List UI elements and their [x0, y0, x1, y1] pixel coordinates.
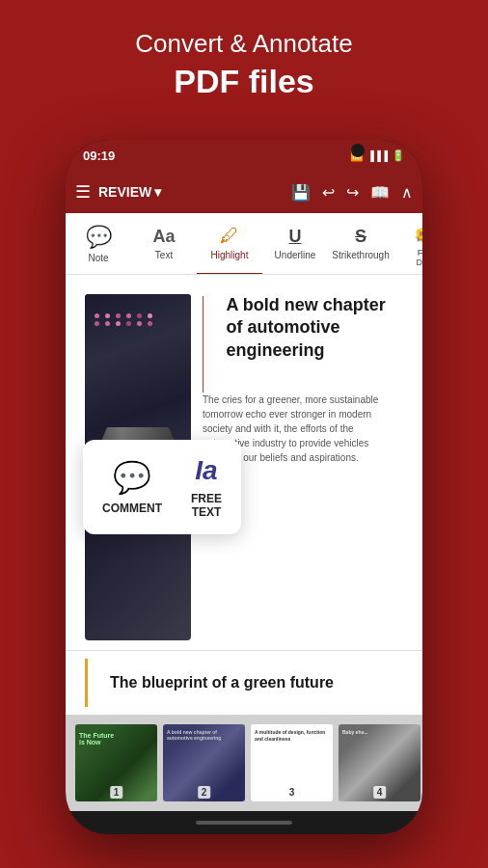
- main-toolbar: ☰ REVIEW ▾ 💾 ↩ ↪ 📖 ∧: [66, 171, 422, 213]
- ann-freedraw-label: FreeDraw: [416, 248, 422, 267]
- phone-device: 09:19 📶 ▐▐▐ 🔋 ☰ REVIEW ▾: [66, 140, 422, 834]
- signal-icon: ▐▐▐: [367, 150, 388, 161]
- ann-text[interactable]: Aa Text: [131, 213, 197, 275]
- phone-shell: 09:19 📶 ▐▐▐ 🔋 ☰ REVIEW ▾: [66, 140, 422, 834]
- ann-strikethrough[interactable]: S Strikethrough: [328, 213, 393, 275]
- ann-highlight-label: Highlight: [211, 250, 249, 260]
- thumb-2-number: 2: [198, 786, 211, 799]
- thumb-4-number: 4: [373, 786, 387, 799]
- status-bar: 09:19 📶 ▐▐▐ 🔋: [66, 140, 422, 171]
- ann-underline[interactable]: U Underline: [262, 213, 328, 275]
- toolbar-title: REVIEW ▾: [98, 184, 161, 200]
- ann-underline-label: Underline: [275, 250, 316, 260]
- camera-cutout: [351, 144, 365, 157]
- popup-freetext[interactable]: Ia FREETEXT: [191, 455, 222, 519]
- article-title: A bold new chapter of automotive enginee…: [213, 294, 403, 362]
- popup-comment-label: COMMENT: [102, 502, 162, 515]
- underline-icon: U: [289, 227, 302, 247]
- thumb-3[interactable]: A multitude of design, function and clea…: [251, 724, 333, 801]
- annotation-bar: 💬 Note Aa Text 🖊 Highlight U Underline: [66, 213, 422, 275]
- comment-icon: 💬: [113, 459, 151, 496]
- annotation-popup: 💬 COMMENT Ia FREETEXT: [83, 440, 241, 534]
- note-icon: 💬: [86, 225, 112, 250]
- chevron-up-icon[interactable]: ∧: [401, 183, 413, 202]
- thumbnail-strip: The Futureis Now 1 A bold new chapter of…: [66, 715, 422, 811]
- pdf-page-area: A bold new chapter of automotive enginee…: [66, 275, 422, 650]
- popup-freetext-label: FREETEXT: [191, 492, 222, 519]
- header-title: PDF files: [19, 63, 469, 100]
- home-bar: [196, 821, 292, 825]
- save-icon[interactable]: 💾: [291, 183, 311, 202]
- ann-freedraw[interactable]: ✍️ FreeDraw: [393, 213, 422, 275]
- thumb-4[interactable]: Baby sho... 4: [339, 724, 420, 801]
- thumb-2[interactable]: A bold new chapter of automotive enginee…: [163, 724, 245, 801]
- section2-title: The blueprint of a green future: [97, 673, 334, 693]
- header-subtitle: Convert & Annotate: [19, 29, 469, 59]
- ann-text-label: Text: [155, 250, 173, 260]
- undo-icon[interactable]: ↩: [322, 183, 335, 202]
- strikethrough-icon: S: [355, 227, 366, 247]
- freetext-icon: Ia: [195, 455, 217, 486]
- hamburger-icon[interactable]: ☰: [75, 181, 91, 203]
- article-red-bar: [203, 296, 203, 393]
- section2: The blueprint of a green future: [66, 650, 422, 715]
- home-indicator: [66, 811, 422, 834]
- thumb-1[interactable]: The Futureis Now 1: [75, 724, 157, 801]
- thumb-1-text: The Futureis Now: [79, 732, 153, 746]
- thumb-3-number: 3: [285, 786, 299, 799]
- highlight-icon: 🖊: [220, 225, 239, 247]
- text-icon: Aa: [152, 227, 175, 247]
- popup-comment[interactable]: 💬 COMMENT: [102, 459, 162, 515]
- ann-note[interactable]: 💬 Note: [66, 213, 131, 275]
- section2-bar: [85, 659, 88, 707]
- toolbar-actions: 💾 ↩ ↪ 📖 ∧: [291, 183, 413, 202]
- status-time: 09:19: [83, 149, 115, 163]
- freedraw-icon: ✍️: [414, 220, 423, 245]
- ann-strikethrough-label: Strikethrough: [332, 250, 389, 260]
- battery-icon: 🔋: [392, 149, 405, 162]
- ann-highlight[interactable]: 🖊 Highlight: [197, 213, 262, 275]
- header-section: Convert & Annotate PDF files: [0, 0, 488, 120]
- book-icon[interactable]: 📖: [370, 183, 390, 202]
- thumb-1-number: 1: [110, 786, 123, 799]
- redo-icon[interactable]: ↪: [346, 183, 359, 202]
- ann-note-label: Note: [88, 253, 108, 263]
